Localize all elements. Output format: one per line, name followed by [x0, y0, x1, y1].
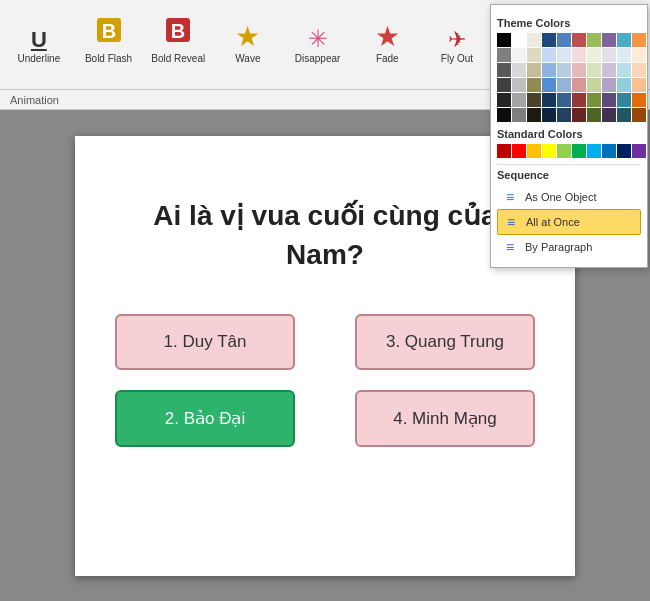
theme-color-cell[interactable]: [587, 48, 601, 62]
theme-color-cell[interactable]: [587, 78, 601, 92]
theme-color-cell[interactable]: [617, 78, 631, 92]
ribbon-item-underline[interactable]: U Underline: [4, 27, 74, 69]
standard-colors-title: Standard Colors: [497, 128, 641, 140]
theme-color-cell[interactable]: [587, 33, 601, 47]
ribbon-item-bold-reveal[interactable]: B Bold Reveal: [143, 12, 213, 69]
theme-color-cell[interactable]: [497, 78, 511, 92]
theme-color-cell[interactable]: [617, 33, 631, 47]
standard-color-cell[interactable]: [557, 144, 571, 158]
option-1[interactable]: 1. Duy Tân: [115, 314, 295, 370]
theme-color-cell[interactable]: [557, 108, 571, 122]
ribbon-item-fly-out[interactable]: ✈ Fly Out: [422, 27, 492, 69]
theme-color-cell[interactable]: [572, 108, 586, 122]
option-3[interactable]: 3. Quang Trung: [355, 314, 535, 370]
theme-color-cell[interactable]: [527, 93, 541, 107]
theme-color-cell[interactable]: [497, 63, 511, 77]
theme-color-cell[interactable]: [572, 93, 586, 107]
sequence-item-0[interactable]: ≡ As One Object: [497, 185, 641, 209]
theme-color-cell[interactable]: [527, 78, 541, 92]
standard-color-cell[interactable]: [572, 144, 586, 158]
theme-color-cell[interactable]: [527, 33, 541, 47]
standard-color-cell[interactable]: [542, 144, 556, 158]
sequence-item-2[interactable]: ≡ By Paragraph: [497, 235, 641, 259]
fly-out-icon: ✈: [448, 29, 466, 51]
disappear-label: Disappear: [295, 53, 341, 65]
svg-text:B: B: [101, 20, 115, 42]
ribbon-item-fade[interactable]: ★ Fade: [352, 21, 422, 69]
theme-color-cell[interactable]: [632, 33, 646, 47]
theme-colors-grid: [497, 33, 641, 122]
theme-color-cell[interactable]: [542, 93, 556, 107]
theme-color-cell[interactable]: [587, 93, 601, 107]
theme-color-cell[interactable]: [512, 78, 526, 92]
theme-color-cell[interactable]: [542, 33, 556, 47]
theme-color-cell[interactable]: [497, 93, 511, 107]
theme-color-cell[interactable]: [572, 78, 586, 92]
theme-color-cell[interactable]: [542, 78, 556, 92]
ribbon-item-bold-flash[interactable]: B Bold Flash: [74, 12, 144, 69]
standard-color-cell[interactable]: [602, 144, 616, 158]
standard-color-cell[interactable]: [632, 144, 646, 158]
bold-flash-label: Bold Flash: [85, 53, 132, 65]
option-4[interactable]: 4. Minh Mạng: [355, 390, 535, 447]
popup-divider: [497, 164, 641, 165]
theme-color-cell[interactable]: [512, 33, 526, 47]
option-2[interactable]: 2. Bảo Đại: [115, 390, 295, 447]
theme-color-cell[interactable]: [572, 48, 586, 62]
standard-color-cell[interactable]: [527, 144, 541, 158]
theme-color-cell[interactable]: [617, 63, 631, 77]
theme-color-cell[interactable]: [512, 93, 526, 107]
sequence-title: Sequence: [497, 169, 641, 181]
standard-color-cell[interactable]: [497, 144, 511, 158]
theme-color-cell[interactable]: [527, 108, 541, 122]
theme-color-cell[interactable]: [527, 63, 541, 77]
sequence-label-0: As One Object: [525, 191, 597, 203]
slide-options: 1. Duy Tân 3. Quang Trung 2. Bảo Đại 4. …: [95, 314, 555, 447]
theme-color-cell[interactable]: [557, 63, 571, 77]
sequence-item-1[interactable]: ≡ All at Once: [497, 209, 641, 235]
theme-color-cell[interactable]: [512, 48, 526, 62]
standard-color-cell[interactable]: [512, 144, 526, 158]
theme-color-cell[interactable]: [602, 93, 616, 107]
theme-color-cell[interactable]: [632, 108, 646, 122]
theme-color-cell[interactable]: [542, 48, 556, 62]
fade-label: Fade: [376, 53, 399, 65]
standard-color-cell[interactable]: [587, 144, 601, 158]
theme-color-cell[interactable]: [602, 108, 616, 122]
theme-color-cell[interactable]: [632, 93, 646, 107]
theme-colors-title: Theme Colors: [497, 17, 641, 29]
theme-color-cell[interactable]: [617, 108, 631, 122]
theme-color-cell[interactable]: [497, 108, 511, 122]
theme-color-cell[interactable]: [497, 33, 511, 47]
theme-color-cell[interactable]: [542, 63, 556, 77]
theme-color-cell[interactable]: [632, 48, 646, 62]
theme-color-cell[interactable]: [617, 93, 631, 107]
theme-color-cell[interactable]: [602, 48, 616, 62]
theme-color-cell[interactable]: [512, 108, 526, 122]
bold-flash-icon: B: [93, 14, 125, 51]
theme-color-cell[interactable]: [602, 33, 616, 47]
theme-color-cell[interactable]: [602, 63, 616, 77]
theme-color-cell[interactable]: [512, 63, 526, 77]
theme-color-cell[interactable]: [632, 63, 646, 77]
theme-color-cell[interactable]: [497, 48, 511, 62]
fade-icon: ★: [375, 23, 400, 51]
theme-color-cell[interactable]: [602, 78, 616, 92]
disappear-icon: ✳: [308, 27, 328, 51]
theme-color-cell[interactable]: [617, 48, 631, 62]
theme-color-cell[interactable]: [557, 78, 571, 92]
theme-color-cell[interactable]: [557, 93, 571, 107]
theme-color-cell[interactable]: [557, 48, 571, 62]
theme-color-cell[interactable]: [572, 33, 586, 47]
theme-color-cell[interactable]: [527, 48, 541, 62]
theme-color-cell[interactable]: [572, 63, 586, 77]
standard-color-cell[interactable]: [617, 144, 631, 158]
ribbon-item-disappear[interactable]: ✳ Disappear: [283, 25, 353, 69]
theme-color-cell[interactable]: [587, 108, 601, 122]
theme-color-cell[interactable]: [557, 33, 571, 47]
theme-color-cell[interactable]: [632, 78, 646, 92]
theme-color-cell[interactable]: [587, 63, 601, 77]
bold-reveal-label: Bold Reveal: [151, 53, 205, 65]
theme-color-cell[interactable]: [542, 108, 556, 122]
ribbon-item-wave[interactable]: ★ Wave: [213, 21, 283, 69]
